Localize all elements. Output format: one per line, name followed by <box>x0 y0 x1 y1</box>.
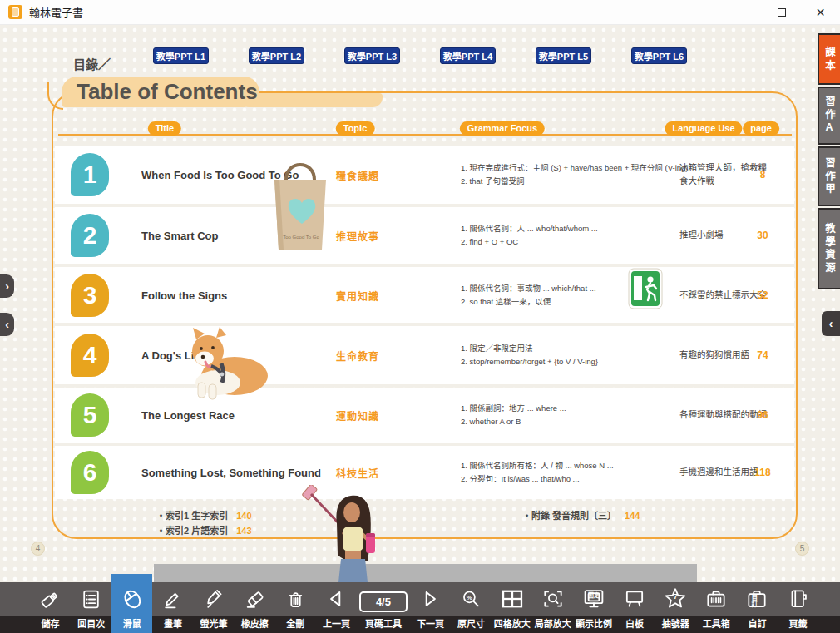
partial-zoom-tool[interactable]: 局部放大 <box>532 582 573 633</box>
number-picker-tool[interactable]: 7 抽號器 <box>655 582 696 633</box>
grammar-line: 1. 關係代名詞所有格：人 / 物 ... whose N ... <box>461 459 704 472</box>
column-header-grammar-focus: Grammar Focus <box>460 121 545 136</box>
unit-title-link[interactable]: The Longest Race <box>141 409 331 422</box>
page-number-box: 4/5 <box>359 582 408 616</box>
tab-textbook[interactable]: 課本 <box>818 33 840 85</box>
tool-label: 白板 <box>625 616 644 633</box>
display-ratio-tool[interactable]: 固定 顯示比例 <box>573 582 614 633</box>
tote-bag-image: Too Good To Go <box>264 155 336 253</box>
mouse-tool[interactable]: 滑鼠 <box>111 582 152 633</box>
tool-label: 頁籤 <box>789 616 808 633</box>
tab-workbook-a[interactable]: 習作A <box>818 87 840 145</box>
grammar-line: 1. 限定／非限定用法 <box>461 342 704 355</box>
chevron-right-icon: › <box>5 279 9 293</box>
highlighter-icon <box>203 582 225 616</box>
unit-page-link[interactable]: 52 <box>744 289 781 301</box>
pen-icon <box>161 582 184 616</box>
title-underline-bar <box>245 93 383 107</box>
index-2-page: 143 <box>236 526 251 536</box>
unit-title-link[interactable]: Something Lost, Something Found <box>141 467 331 479</box>
toolbox-tool[interactable]: 工具箱 <box>696 582 737 633</box>
tool-label: 上一頁 <box>323 616 350 633</box>
app-logo-icon <box>8 5 22 19</box>
delete-all-tool[interactable]: 全刪 <box>275 582 316 633</box>
unit-page-link[interactable]: 30 <box>744 230 781 241</box>
page-corner-right: 5 <box>795 542 809 556</box>
tab-workbook-jia[interactable]: 習作甲 <box>818 146 840 206</box>
left-panel-expand-toggle[interactable]: › <box>0 274 14 298</box>
page-number-tool[interactable]: 4/5 頁碼工具 <box>357 582 410 633</box>
minimize-icon <box>738 12 747 12</box>
index-2-link[interactable]: ・索引2 片語索引143 <box>156 523 252 537</box>
tool-label: 回目次 <box>77 616 105 633</box>
ppt-l5-button[interactable]: 教學PPT L5 <box>536 47 591 64</box>
mouse-icon <box>120 582 145 616</box>
appendix-link[interactable]: ・附錄 發音規則〔三〕144 <box>522 508 640 522</box>
grammar-line: 1. 關係代名詞：事或物 ... which/that ... <box>461 281 704 294</box>
original-size-tool[interactable]: % 原尺寸 <box>451 582 492 633</box>
shiba-dog-image <box>183 323 269 401</box>
highlighter-tool[interactable]: 螢光筆 <box>194 582 235 633</box>
usb-save-icon <box>39 582 62 616</box>
grammar-line: 2. find + O + OC <box>461 235 704 249</box>
next-page-tool[interactable]: 下一頁 <box>410 582 451 633</box>
tab-teaching-resources[interactable]: 教學資源 <box>818 208 840 289</box>
minimize-button[interactable] <box>723 0 762 24</box>
unit-grammar: 1. 關係代名詞：人 ... who/that/whom ... 2. find… <box>461 222 704 249</box>
svg-text:%: % <box>467 593 472 601</box>
tool-label: 自訂 <box>748 616 766 633</box>
left-panel-collapse-toggle[interactable]: ‹ <box>0 313 14 336</box>
app-title: 翰林電子書 <box>29 4 83 20</box>
tool-label: 局部放大 <box>535 616 571 633</box>
page-tab-tool[interactable]: 頁籤 <box>778 582 818 633</box>
selfie-woman-image <box>299 485 391 582</box>
unit-page-link[interactable]: 74 <box>744 349 781 361</box>
ppt-l2-button[interactable]: 教學PPT L2 <box>249 47 304 64</box>
custom-tool[interactable]: 自訂 自訂 <box>737 582 778 633</box>
unit-page-link[interactable]: 8 <box>744 169 781 181</box>
toc-list-icon <box>80 582 102 616</box>
prev-page-icon <box>324 582 348 616</box>
unit-page-link[interactable]: 96 <box>744 409 781 421</box>
maximize-button[interactable] <box>762 0 801 24</box>
grammar-line: 2. stop/remember/forget + {to V / V-ing} <box>461 355 704 368</box>
unit-topic: 推理故事 <box>336 229 436 243</box>
page-corner-left: 4 <box>31 542 45 556</box>
appendix-page: 144 <box>625 511 640 521</box>
page-tab-icon <box>787 582 810 616</box>
toc-section-label: 目錄／ <box>73 55 111 72</box>
pen-tool[interactable]: 畫筆 <box>152 582 193 633</box>
unit-topic: 實用知識 <box>336 288 436 302</box>
unit-topic: 生命教育 <box>336 349 436 363</box>
save-tool[interactable]: 儲存 <box>30 582 71 633</box>
trash-icon <box>284 582 307 616</box>
tool-label: 頁碼工具 <box>365 616 402 633</box>
ppt-l6-button[interactable]: 教學PPT L6 <box>631 47 687 64</box>
back-to-toc-tool[interactable]: 回目次 <box>71 582 111 633</box>
index-1-link[interactable]: ・索引1 生字索引140 <box>156 508 252 522</box>
index-1-page: 140 <box>236 511 251 521</box>
ppt-button-row: 教學PPT L1 教學PPT L2 教學PPT L3 教學PPT L4 教學PP… <box>153 47 687 64</box>
eraser-tool[interactable]: 橡皮擦 <box>235 582 275 633</box>
unit-number-badge: 2 <box>71 214 109 257</box>
display-ratio-icon: 固定 <box>581 582 606 616</box>
ppt-l3-button[interactable]: 教學PPT L3 <box>344 47 400 64</box>
close-button[interactable]: ✕ <box>801 0 840 24</box>
column-header-page: page <box>743 121 779 136</box>
unit-grammar: 1. 現在完成進行式：主詞 (S) + have/has been + 現在分詞… <box>461 161 704 188</box>
exit-sign-image <box>628 268 663 309</box>
previous-page-tool[interactable]: 上一頁 <box>316 582 357 633</box>
unit-title-link[interactable]: Follow the Signs <box>141 289 331 301</box>
unit-page-link[interactable]: 118 <box>744 467 781 478</box>
unit-number-badge: 4 <box>71 334 109 377</box>
whiteboard-tool[interactable]: 白板 <box>614 582 655 633</box>
four-grid-zoom-tool[interactable]: 四格放大 <box>492 582 532 633</box>
ppt-l1-button[interactable]: 教學PPT L1 <box>153 47 209 64</box>
ppt-l4-button[interactable]: 教學PPT L4 <box>440 47 496 64</box>
grammar-line: 2. whether A or B <box>461 415 704 428</box>
toc-row-5: 5 The Longest Race 運動知識 1. 關係副詞：地方 ... w… <box>55 388 794 443</box>
page-indicator[interactable]: 4/5 <box>359 591 408 612</box>
page-title: Table of Contents <box>62 77 259 107</box>
sidebar-collapse-button[interactable]: ‹ <box>822 311 840 336</box>
index-2-label: ・索引2 片語索引 <box>156 526 228 536</box>
